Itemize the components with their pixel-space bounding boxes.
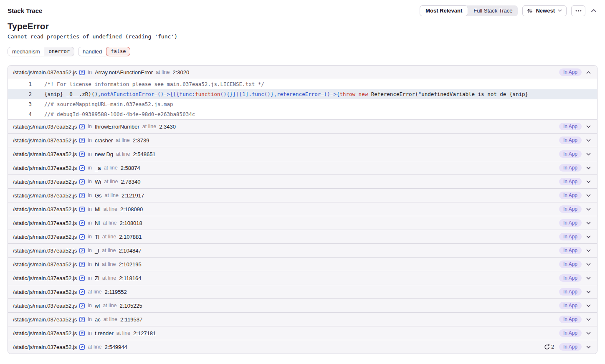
external-link-icon[interactable] <box>79 165 85 171</box>
chevron-down-icon <box>585 332 592 335</box>
sort-button[interactable]: Newest <box>522 5 567 16</box>
toggle-most-relevant[interactable]: Most Relevant <box>420 5 468 16</box>
stack-frame: /static/js/main.037eaa52.jsinZlat line2:… <box>8 271 597 285</box>
code-line-active: 2{snip} _0__.zR)(),notAFunctionError=()=… <box>8 89 597 99</box>
frame-file-path: /static/js/main.037eaa52.js <box>13 151 77 157</box>
external-link-icon[interactable] <box>79 317 85 322</box>
frame-line-number: 2:549944 <box>105 344 127 350</box>
stack-frame-row[interactable]: /static/js/main.037eaa52.jsinwlat line2:… <box>8 299 597 312</box>
frame-file-path: /static/js/main.037eaa52.js <box>13 124 77 130</box>
stack-frame-row[interactable]: /static/js/main.037eaa52.jsinhlat line2:… <box>8 258 597 271</box>
chevron-down-icon <box>585 139 592 142</box>
code-text: //# debugId=09389588-100d-4b4e-98d0-e263… <box>32 109 195 119</box>
collapse-panel-button[interactable] <box>590 8 597 13</box>
chevron-up-icon <box>591 9 597 13</box>
stack-frame: /static/js/main.037eaa52.jsinGsat line2:… <box>8 188 597 202</box>
frame-at-line-label: at line <box>116 330 130 336</box>
frame-file-path: /static/js/main.037eaa52.js <box>13 330 77 336</box>
stack-frame: /static/js/main.037eaa52.jsincrasherat l… <box>8 133 597 147</box>
stack-frame-row[interactable]: /static/js/main.037eaa52.jsinMlat line2:… <box>8 202 597 216</box>
external-link-icon[interactable] <box>79 276 85 281</box>
stack-frame-row[interactable]: /static/js/main.037eaa52.jsinacat line2:… <box>8 313 597 326</box>
frame-line-number: 2:119552 <box>105 289 127 295</box>
tag-handled: handledfalse <box>78 47 130 56</box>
external-link-icon[interactable] <box>79 152 85 157</box>
external-link-icon[interactable] <box>79 124 85 129</box>
stack-frame-row[interactable]: /static/js/main.037eaa52.jsat line2:1195… <box>8 285 597 298</box>
stack-frame: /static/js/main.037eaa52.jsinWiat line2:… <box>8 174 597 188</box>
frame-at-line-label: at line <box>116 151 130 157</box>
in-app-badge: In App <box>559 316 582 323</box>
external-link-icon[interactable] <box>79 234 85 240</box>
stack-frame-row[interactable]: /static/js/main.037eaa52.jsinZlat line2:… <box>8 271 597 285</box>
external-link-icon[interactable] <box>79 331 85 336</box>
external-link-icon[interactable] <box>79 289 85 295</box>
frame-function: Ml <box>95 206 101 212</box>
external-link-icon[interactable] <box>79 70 85 75</box>
chevron-down-icon <box>558 9 562 12</box>
frame-line-number: 2:118164 <box>119 275 141 281</box>
frame-at-line-label: at line <box>116 137 129 143</box>
external-link-icon[interactable] <box>79 344 85 350</box>
stack-frame-row[interactable]: /static/js/main.037eaa52.jsat line2:5499… <box>8 340 597 354</box>
stack-frame: /static/js/main.037eaa52.jsinhlat line2:… <box>8 257 597 271</box>
stack-frame-row[interactable]: /static/js/main.037eaa52.jsincrasherat l… <box>8 134 597 147</box>
frame-function: _l <box>95 248 99 254</box>
stack-frame-row[interactable]: /static/js/main.037eaa52.jsint.renderat … <box>8 326 597 340</box>
frame-at-line-label: at line <box>104 165 117 171</box>
stack-frame: /static/js/main.037eaa52.jsinthrowErrorN… <box>8 119 597 133</box>
line-number: 1 <box>8 79 32 89</box>
frame-line-number: 2:119537 <box>120 316 142 323</box>
frame-in-label: in <box>88 192 92 198</box>
code-text: {snip} _0__.zR)(),notAFunctionError=()=>… <box>32 89 528 99</box>
panel-header: Stack Trace Most Relevant Full Stack Tra… <box>8 5 597 16</box>
stack-trace-panel: Stack Trace Most Relevant Full Stack Tra… <box>0 5 605 354</box>
stack-frame-row[interactable]: /static/js/main.037eaa52.jsinnew Dgat li… <box>8 147 597 161</box>
in-app-badge: In App <box>559 329 582 337</box>
external-link-icon[interactable] <box>79 138 85 143</box>
external-link-icon[interactable] <box>79 248 85 253</box>
stack-frame-row[interactable]: /static/js/main.037eaa52.jsinArray.notAF… <box>8 66 597 79</box>
chevron-up-icon <box>585 71 592 74</box>
frame-function: _a <box>95 165 101 171</box>
in-app-badge: In App <box>559 164 582 172</box>
chevron-down-icon <box>585 291 592 293</box>
external-link-icon[interactable] <box>79 207 85 212</box>
stack-frame-row[interactable]: /static/js/main.037eaa52.jsinNlat line2:… <box>8 216 597 230</box>
frame-at-line-label: at line <box>88 344 101 350</box>
external-link-icon[interactable] <box>79 179 85 185</box>
stack-frame: /static/js/main.037eaa52.jsinTlat line2:… <box>8 230 597 243</box>
stack-frame: /static/js/main.037eaa52.jsinArray.notAF… <box>8 66 597 119</box>
tag-value: false <box>106 47 130 56</box>
stack-frame-row[interactable]: /static/js/main.037eaa52.jsin_lat line2:… <box>8 244 597 257</box>
stack-frame-row[interactable]: /static/js/main.037eaa52.jsinWiat line2:… <box>8 175 597 188</box>
chevron-down-icon <box>585 208 592 211</box>
frame-at-line-label: at line <box>103 220 116 226</box>
external-link-icon[interactable] <box>79 193 85 198</box>
tag-key: handled <box>78 47 106 56</box>
stack-frame-row[interactable]: /static/js/main.037eaa52.jsin_aat line2:… <box>8 161 597 174</box>
stack-frame: /static/js/main.037eaa52.jsinNlat line2:… <box>8 216 597 230</box>
in-app-badge: In App <box>559 260 582 268</box>
external-link-icon[interactable] <box>79 220 85 226</box>
frame-file-path: /static/js/main.037eaa52.js <box>13 303 77 309</box>
frame-at-line-label: at line <box>102 234 116 240</box>
frame-line-number: 2:58874 <box>121 165 140 171</box>
external-link-icon[interactable] <box>79 303 85 308</box>
chevron-down-icon <box>585 249 592 252</box>
stack-frame-row[interactable]: /static/js/main.037eaa52.jsinthrowErrorN… <box>8 120 597 133</box>
frame-function: ac <box>95 316 101 323</box>
frame-file-path: /static/js/main.037eaa52.js <box>13 261 77 268</box>
toggle-full-stack-trace[interactable]: Full Stack Trace <box>468 5 518 16</box>
stack-frame-row[interactable]: /static/js/main.037eaa52.jsinTlat line2:… <box>8 230 597 243</box>
frame-file-path: /static/js/main.037eaa52.js <box>13 289 77 295</box>
sort-arrows-icon <box>527 8 533 14</box>
code-text: /*! For license information please see m… <box>32 79 264 89</box>
frame-in-label: in <box>88 165 92 171</box>
more-options-button[interactable] <box>571 5 585 16</box>
ellipsis-icon <box>575 10 582 12</box>
stack-frame-row[interactable]: /static/js/main.037eaa52.jsinGsat line2:… <box>8 189 597 202</box>
frame-line-number: 2:107881 <box>119 234 142 240</box>
frame-at-line-label: at line <box>102 248 116 253</box>
external-link-icon[interactable] <box>79 262 85 267</box>
